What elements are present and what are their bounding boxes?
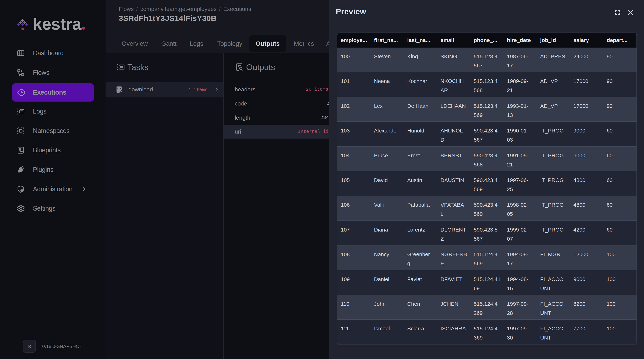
- svg-text:HTTP: HTTP: [117, 87, 122, 89]
